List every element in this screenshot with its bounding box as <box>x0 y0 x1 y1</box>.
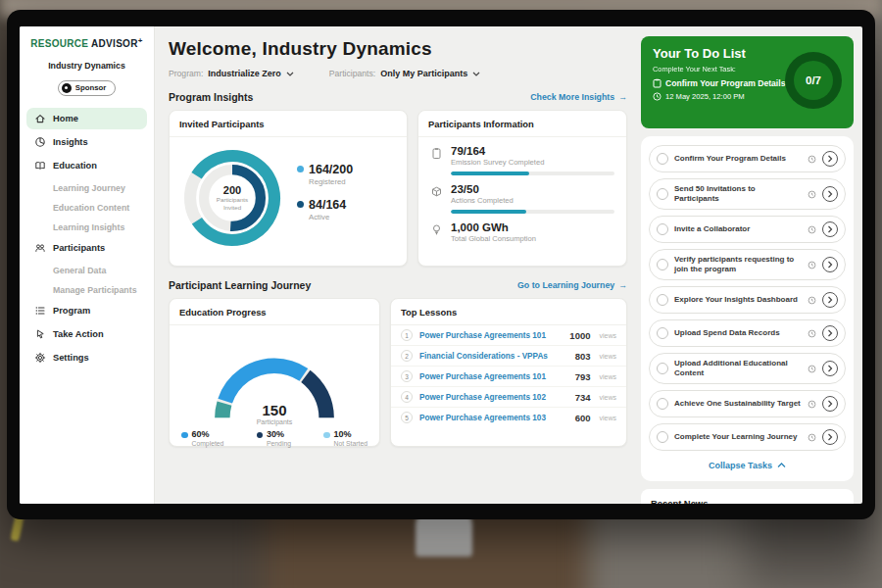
task-checkbox[interactable] <box>657 398 668 410</box>
legend-label: Completed <box>192 440 224 447</box>
task-row[interactable]: Achieve One Sustainability Target <box>649 390 846 417</box>
arrow-right-icon: → <box>618 92 627 102</box>
sidebar-subitem-label: Education Content <box>53 203 129 213</box>
sidebar-item-learning-journey[interactable]: Learning Journey <box>26 178 147 198</box>
task-label: Confirm Your Program Details <box>674 154 802 164</box>
participants-dropdown[interactable]: Participants: Only My Participants <box>329 69 480 78</box>
stat-value: 1,000 GWh <box>451 221 614 233</box>
progress-track <box>451 172 614 175</box>
legend-dot <box>181 432 188 439</box>
lesson-link[interactable]: Power Purchase Agreements 101 <box>419 331 563 340</box>
lesson-views: 803 <box>575 351 591 362</box>
org-name: Industry Dynamics <box>26 61 147 71</box>
lesson-rank: 1 <box>401 329 413 341</box>
sidebar-item-insights[interactable]: Insights <box>26 131 147 153</box>
sidebar-item-settings[interactable]: Settings <box>26 347 147 368</box>
lesson-link[interactable]: Power Purchase Agreements 103 <box>419 414 568 422</box>
task-open-button[interactable] <box>822 361 838 376</box>
task-checkbox[interactable] <box>657 188 668 200</box>
sidebar-item-education-content[interactable]: Education Content <box>26 198 147 218</box>
task-label: Invite a Collaborator <box>674 224 802 234</box>
task-row[interactable]: Invite a Collaborator <box>649 216 846 243</box>
participants-value: Only My Participants <box>380 69 467 78</box>
task-checkbox[interactable] <box>657 294 668 306</box>
program-dropdown[interactable]: Program: Industrialize Zero <box>169 69 294 78</box>
legend-dot <box>323 432 330 439</box>
go-to-learning-journey-link[interactable]: Go to Learning Journey → <box>517 280 627 290</box>
task-checkbox[interactable] <box>657 259 668 270</box>
invited-center-label: Participants <box>217 196 248 203</box>
sidebar-item-general-data[interactable]: General Data <box>26 261 147 280</box>
legend-label: Not Started <box>334 440 368 447</box>
collapse-label: Collapse Tasks <box>709 461 772 470</box>
top-lessons-title: Top Lessons <box>391 299 626 325</box>
sidebar-item-take-action[interactable]: Take Action <box>26 323 147 345</box>
task-checkbox[interactable] <box>657 327 668 339</box>
sidebar-subitem-label: Manage Participants <box>53 285 137 295</box>
sponsor-badge-label: Sponsor <box>75 83 107 92</box>
lesson-views-suffix: views <box>599 373 616 380</box>
task-open-button[interactable] <box>822 292 838 308</box>
task-open-button[interactable] <box>822 221 838 237</box>
sidebar-item-participants[interactable]: Participants <box>26 237 147 259</box>
clock-icon <box>808 433 816 442</box>
lesson-views-suffix: views <box>599 415 616 421</box>
sidebar-item-manage-participants[interactable]: Manage Participants <box>26 280 147 300</box>
lesson-link[interactable]: Power Purchase Agreements 101 <box>419 372 568 381</box>
check-more-insights-link[interactable]: Check More Insights → <box>530 92 627 102</box>
lesson-link[interactable]: Power Purchase Agreements 102 <box>419 393 568 402</box>
sidebar-item-label: Insights <box>53 137 88 147</box>
sidebar-item-program[interactable]: Program <box>26 300 147 321</box>
task-row[interactable]: Upload Spend Data Records <box>649 319 846 347</box>
legend-label: Pending <box>267 440 291 447</box>
task-row[interactable]: Explore Your Insights Dashboard <box>649 286 846 314</box>
task-checkbox[interactable] <box>657 363 668 374</box>
lesson-link[interactable]: Financial Considerations - VPPAs <box>419 352 568 361</box>
people-icon <box>34 242 46 254</box>
home-icon <box>34 113 46 124</box>
collapse-tasks-link[interactable]: Collapse Tasks <box>649 457 846 477</box>
invited-legend: 164/200 Registered 84/164 Active <box>297 163 353 233</box>
brand-plus: + <box>138 36 143 45</box>
task-checkbox[interactable] <box>657 153 668 165</box>
task-open-button[interactable] <box>822 186 838 202</box>
task-row[interactable]: Confirm Your Program Details <box>649 145 846 172</box>
task-label: Upload Additional Educational Content <box>674 359 802 378</box>
task-checkbox[interactable] <box>657 431 668 443</box>
sidebar-subitem-label: Learning Insights <box>53 222 124 232</box>
legend-pct: 30% <box>267 429 291 439</box>
stat-value: 23/50 <box>451 183 614 195</box>
participants-information-card: Participants Information 79/164 Emission… <box>417 110 627 267</box>
legend-pct: 60% <box>192 429 224 439</box>
clock-icon <box>808 365 816 373</box>
sidebar: RESOURCE ADVISOR+ Industry Dynamics Spon… <box>20 26 155 504</box>
list-icon <box>34 305 46 317</box>
stat-value: 79/164 <box>451 145 614 157</box>
lesson-views: 600 <box>575 413 591 423</box>
clipboard-icon <box>653 78 662 88</box>
sponsor-badge: Sponsor <box>58 80 117 96</box>
invited-participants-title: Invited Participants <box>170 111 407 137</box>
recent-news-card: Recent News <box>641 489 854 504</box>
sidebar-subitem-label: Learning Journey <box>53 183 125 193</box>
sidebar-item-home[interactable]: Home <box>26 108 147 129</box>
monitor-bezel: RESOURCE ADVISOR+ Industry Dynamics Spon… <box>7 10 875 519</box>
task-open-button[interactable] <box>822 151 838 167</box>
task-row[interactable]: Verify participants requesting to join t… <box>649 249 846 280</box>
task-open-button[interactable] <box>822 257 838 272</box>
progress-track <box>451 210 614 214</box>
pie-chart-icon <box>34 136 46 148</box>
task-row[interactable]: Complete Your Learning Journey <box>649 423 846 451</box>
sidebar-item-learning-insights[interactable]: Learning Insights <box>26 218 147 237</box>
brand-logo: RESOURCE ADVISOR+ <box>26 36 147 49</box>
task-row[interactable]: Upload Additional Educational Content <box>649 353 846 384</box>
task-checkbox[interactable] <box>657 223 668 235</box>
sidebar-item-education[interactable]: Education <box>26 155 147 176</box>
legend-completed: 60% Completed <box>181 429 223 447</box>
task-row[interactable]: Send 50 Invitations to Participants <box>649 178 846 210</box>
task-label: Upload Spend Data Records <box>674 328 802 338</box>
task-open-button[interactable] <box>822 429 838 445</box>
task-open-button[interactable] <box>822 325 838 341</box>
legend-dot <box>257 432 264 439</box>
task-open-button[interactable] <box>822 396 838 412</box>
